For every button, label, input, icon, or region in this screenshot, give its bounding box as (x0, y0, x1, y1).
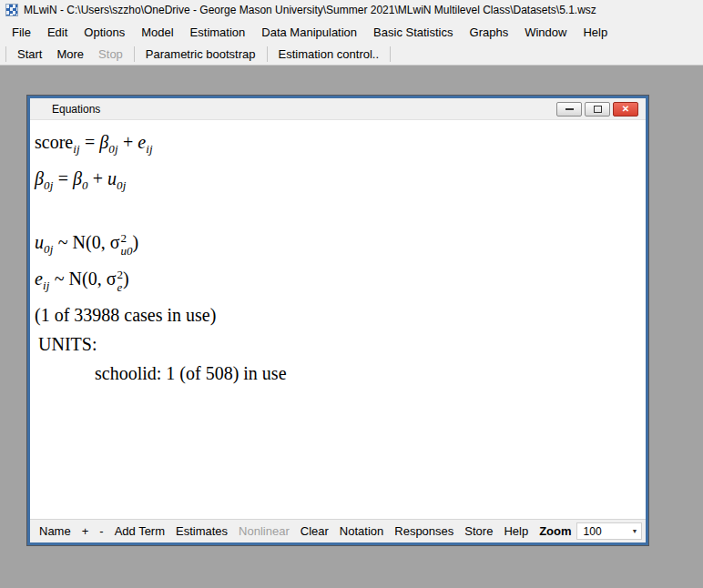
equation-line: eij ~ N(0, σ2e) (35, 264, 646, 300)
zoom-value: 100 (584, 525, 602, 538)
notation-button[interactable]: Notation (334, 524, 389, 538)
menu-options[interactable]: Options (76, 22, 133, 43)
equation-line: (1 of 33988 cases in use) (35, 300, 646, 329)
eq-token: 0j (117, 178, 127, 192)
equation-line: UNITS: (35, 329, 646, 359)
estimation-control-button[interactable]: Estimation control.. (271, 45, 387, 64)
minus-button[interactable]: - (94, 524, 108, 538)
parametric-bootstrap-button[interactable]: Parametric bootstrap (138, 45, 263, 64)
zoom-label: Zoom (534, 524, 574, 538)
equations-window-title: Equations (52, 103, 556, 116)
zoom-combobox[interactable]: 100 ▼ (576, 522, 642, 540)
maximize-button[interactable] (585, 102, 610, 117)
minimize-button[interactable] (556, 102, 582, 117)
eq-token: ) (123, 269, 129, 289)
eq-token: 0j (44, 178, 54, 192)
stop-button: Stop (91, 45, 130, 64)
menu-edit[interactable]: Edit (39, 22, 76, 43)
eq-token: = (80, 132, 99, 152)
eq-token: u (35, 232, 44, 252)
caption-buttons: ✕ (556, 102, 638, 117)
minimize-icon (565, 108, 574, 110)
store-button[interactable]: Store (459, 524, 498, 538)
window-title: MLwiN - C:\Users\szzho\OneDrive - George… (24, 4, 596, 16)
mdi-workspace: Equations ✕ scoreij = β0j + eijβ0j = β0 … (0, 66, 703, 588)
name-button[interactable]: Name (34, 524, 76, 538)
menu-window[interactable]: Window (516, 22, 575, 43)
equations-titlebar[interactable]: Equations ✕ (30, 98, 646, 120)
eq-token: ij (43, 279, 50, 292)
eq-token: ~ N(0, σ (54, 232, 120, 252)
eq-token: 0 (82, 178, 88, 192)
eq-token: u (107, 168, 117, 188)
toolbar: Start More Stop Parametric bootstrap Est… (0, 44, 703, 66)
close-button[interactable]: ✕ (613, 102, 638, 117)
equation-line: schoolid: 1 (of 508) in use (35, 359, 646, 388)
toolbar-separator (390, 46, 391, 62)
plus-button[interactable]: + (76, 524, 95, 538)
eq-token: e (138, 132, 146, 152)
menu-basic-statistics[interactable]: Basic Statistics (365, 22, 461, 43)
menu-help[interactable]: Help (575, 22, 616, 43)
equations-window: Equations ✕ scoreij = β0j + eijβ0j = β0 … (27, 96, 648, 545)
equations-area: scoreij = β0j + eijβ0j = β0 + u0ju0j ~ N… (30, 120, 646, 519)
eq-token: β (35, 168, 44, 188)
responses-button[interactable]: Responses (389, 524, 459, 538)
app-icon (5, 4, 18, 16)
eq-token: β (99, 132, 108, 152)
menu-file[interactable]: File (4, 22, 39, 43)
start-button[interactable]: Start (10, 45, 49, 64)
toolbar-separator (5, 46, 6, 62)
eq-token: ij (73, 142, 80, 156)
eq-token: ~ N(0, σ (50, 269, 117, 289)
eq-token: score (35, 132, 73, 152)
eq-token: e (35, 269, 43, 289)
equation-line: u0j ~ N(0, σ2u0) (35, 228, 646, 264)
eq-token: ) (132, 232, 138, 252)
more-button[interactable]: More (49, 45, 91, 64)
eq-token: (1 of 33988 cases in use) (35, 305, 216, 325)
eq-token: UNITS: (38, 334, 97, 354)
app-window: MLwiN - C:\Users\szzho\OneDrive - George… (0, 0, 703, 66)
eq-token: + (88, 168, 107, 188)
menu-estimation[interactable]: Estimation (182, 22, 254, 43)
equation-line: β0j = β0 + u0j (35, 164, 646, 200)
menubar: File Edit Options Model Estimation Data … (0, 20, 703, 44)
titlebar: MLwiN - C:\Users\szzho\OneDrive - George… (0, 0, 703, 20)
eq-token: ij (146, 142, 153, 156)
menu-data-manipulation[interactable]: Data Manipulation (253, 22, 365, 43)
toolbar-separator (267, 46, 268, 62)
estimates-button[interactable]: Estimates (170, 524, 233, 538)
eq-token: 0j (108, 142, 118, 156)
eq-token: 0j (44, 242, 54, 256)
maximize-icon (594, 106, 602, 113)
nonlinear-button: Nonlinear (233, 524, 295, 538)
help-button[interactable]: Help (498, 524, 534, 538)
menu-model[interactable]: Model (133, 22, 181, 43)
superscript-subscript-stack: 2u0 (120, 232, 132, 257)
add-term-button[interactable]: Add Term (109, 524, 170, 538)
dropdown-arrow-icon: ▼ (632, 528, 638, 534)
clear-button[interactable]: Clear (295, 524, 334, 538)
equation-line: scoreij = β0j + eij (35, 127, 646, 164)
close-icon: ✕ (622, 105, 629, 114)
eq-token: schoolid: 1 (of 508) in use (95, 363, 287, 383)
eq-token: β (73, 168, 82, 188)
eq-token: + (118, 132, 138, 152)
menu-graphs[interactable]: Graphs (462, 22, 517, 43)
equations-toolbar: Name + - Add Term Estimates Nonlinear Cl… (30, 519, 646, 542)
toolbar-separator (134, 46, 135, 62)
eq-token: = (54, 168, 73, 188)
